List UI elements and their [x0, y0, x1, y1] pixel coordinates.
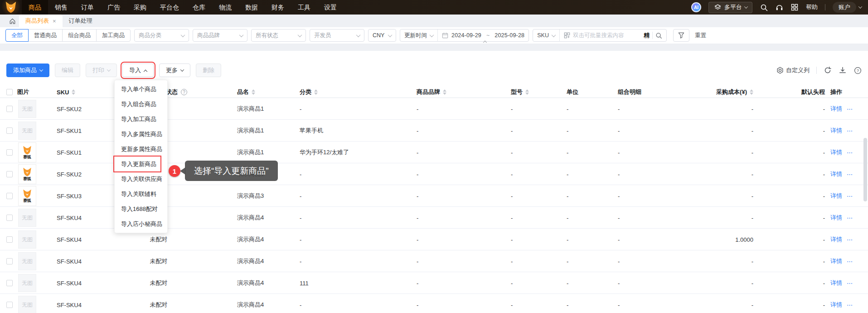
- segment-button[interactable]: 加工商品: [96, 29, 131, 42]
- import-menu-item[interactable]: 更新多属性商品: [115, 142, 167, 156]
- detail-link[interactable]: 详情: [830, 301, 842, 309]
- nav-item[interactable]: 物流: [212, 0, 238, 15]
- import-menu-item[interactable]: 导入店小秘商品: [115, 216, 167, 231]
- time-type-select[interactable]: 更新时间: [400, 29, 437, 41]
- export-download-icon[interactable]: [839, 66, 847, 74]
- sku-link[interactable]: SF-SKU4: [57, 207, 82, 229]
- import-button[interactable]: 导入: [122, 64, 154, 77]
- segment-button[interactable]: 全部: [5, 29, 29, 42]
- row-more-actions[interactable]: ⋯: [847, 106, 853, 112]
- close-tab-icon[interactable]: ×: [53, 18, 56, 24]
- tab-item[interactable]: 订单处理: [63, 15, 99, 27]
- detail-link[interactable]: 详情: [830, 148, 842, 156]
- detail-link[interactable]: 详情: [830, 235, 842, 244]
- row-more-actions[interactable]: ⋯: [847, 171, 853, 178]
- platform-switch-button[interactable]: 多平台: [708, 2, 752, 13]
- tab-active[interactable]: 商品列表×: [19, 15, 63, 27]
- row-checkbox[interactable]: [6, 149, 13, 156]
- sort-icon[interactable]: [443, 89, 446, 95]
- ai-assistant-button[interactable]: AI: [691, 2, 701, 12]
- filter-select[interactable]: 开发员: [310, 29, 364, 42]
- select-all-checkbox[interactable]: [6, 89, 13, 95]
- advanced-filter-button[interactable]: [673, 29, 689, 42]
- row-checkbox[interactable]: [6, 171, 13, 177]
- row-checkbox[interactable]: [6, 127, 13, 134]
- sku-link[interactable]: SF-SKU4: [57, 229, 82, 250]
- help-circle-icon[interactable]: ?: [853, 66, 862, 74]
- segment-button[interactable]: 组合商品: [62, 29, 97, 42]
- detail-link[interactable]: 详情: [830, 105, 842, 113]
- nav-item[interactable]: 广告: [101, 0, 127, 15]
- menu-item-import-update-product[interactable]: 导入更新商品: [115, 156, 167, 171]
- row-checkbox[interactable]: [6, 106, 13, 112]
- row-more-actions[interactable]: ⋯: [847, 127, 853, 134]
- row-checkbox[interactable]: [6, 236, 13, 243]
- detail-link[interactable]: 详情: [830, 214, 842, 222]
- row-more-actions[interactable]: ⋯: [847, 280, 853, 287]
- sku-link[interactable]: SF-SKU4: [57, 294, 82, 313]
- nav-item[interactable]: 订单: [74, 0, 101, 15]
- detail-link[interactable]: 详情: [830, 127, 842, 135]
- nav-item[interactable]: 数据: [238, 0, 265, 15]
- nav-item[interactable]: 采购: [127, 0, 153, 15]
- row-more-actions[interactable]: ⋯: [847, 258, 853, 265]
- filter-select[interactable]: 所有状态: [251, 29, 306, 42]
- product-thumbnail[interactable]: 赛狐: [18, 142, 36, 162]
- detail-link[interactable]: 详情: [830, 279, 842, 287]
- sku-link[interactable]: SF-SKU2: [57, 98, 82, 120]
- import-menu-item[interactable]: 导入关联供应商: [115, 171, 167, 186]
- row-checkbox[interactable]: [6, 280, 13, 286]
- product-thumbnail[interactable]: 赛狐: [18, 164, 36, 184]
- brand-fox-logo[interactable]: [0, 0, 22, 15]
- product-thumbnail[interactable]: 赛狐: [18, 186, 36, 206]
- import-menu-item[interactable]: 导入加工商品: [115, 112, 167, 127]
- sku-link[interactable]: SF-SKU4: [57, 250, 82, 272]
- row-more-actions[interactable]: ⋯: [847, 149, 853, 156]
- row-checkbox[interactable]: [6, 302, 13, 308]
- nav-item[interactable]: 销售: [48, 0, 74, 15]
- import-menu-item[interactable]: 导入组合商品: [115, 97, 167, 112]
- refresh-icon[interactable]: [824, 66, 832, 74]
- search-submit-icon[interactable]: [655, 32, 662, 39]
- row-checkbox[interactable]: [6, 258, 13, 264]
- detail-link[interactable]: 详情: [830, 192, 842, 200]
- help-circle-icon[interactable]: ?: [181, 89, 187, 95]
- segment-button[interactable]: 普通商品: [28, 29, 63, 42]
- exact-match-toggle[interactable]: 精: [644, 31, 650, 39]
- sku-link[interactable]: SF-SKU1: [57, 120, 82, 142]
- nav-item[interactable]: 平台仓: [153, 0, 186, 15]
- row-more-actions[interactable]: ⋯: [847, 193, 853, 200]
- vertical-scrollbar[interactable]: [863, 138, 867, 311]
- sort-icon[interactable]: [525, 89, 529, 95]
- help-link[interactable]: 帮助: [806, 3, 818, 11]
- import-menu-item[interactable]: 导入关联辅料: [115, 186, 167, 201]
- row-more-actions[interactable]: ⋯: [847, 302, 853, 308]
- nav-item[interactable]: 财务: [265, 0, 291, 15]
- row-checkbox[interactable]: [6, 193, 13, 199]
- filter-select[interactable]: CNY: [368, 29, 396, 42]
- sort-icon[interactable]: [252, 89, 255, 95]
- sku-link[interactable]: SF-SKU1: [57, 142, 82, 163]
- import-menu-item[interactable]: 导入1688配对: [115, 201, 167, 216]
- nav-item[interactable]: 设置: [317, 0, 344, 15]
- apps-grid-icon[interactable]: [790, 3, 799, 11]
- sort-icon[interactable]: [314, 89, 318, 95]
- nav-item[interactable]: 商品: [22, 0, 48, 15]
- toolbar-button[interactable]: 添加商品: [6, 64, 49, 77]
- search-field-select[interactable]: SKU: [533, 29, 559, 41]
- sku-link[interactable]: SF-SKU3: [57, 185, 82, 207]
- support-headset-icon[interactable]: [775, 3, 783, 11]
- search-input[interactable]: [573, 32, 641, 39]
- filter-select[interactable]: 商品分类: [134, 29, 189, 42]
- row-more-actions[interactable]: ⋯: [847, 236, 853, 243]
- sort-icon[interactable]: [750, 89, 753, 95]
- row-more-actions[interactable]: ⋯: [847, 215, 853, 221]
- import-menu-item[interactable]: 导入多属性商品: [115, 127, 167, 142]
- home-button[interactable]: [5, 15, 19, 27]
- sku-link[interactable]: SF-SKU2: [57, 163, 82, 185]
- customize-columns-button[interactable]: 自定义列: [776, 66, 810, 74]
- detail-link[interactable]: 详情: [830, 170, 842, 178]
- search-icon[interactable]: [760, 3, 768, 11]
- sort-icon[interactable]: [72, 89, 75, 95]
- filter-select[interactable]: 商品品牌: [193, 29, 247, 42]
